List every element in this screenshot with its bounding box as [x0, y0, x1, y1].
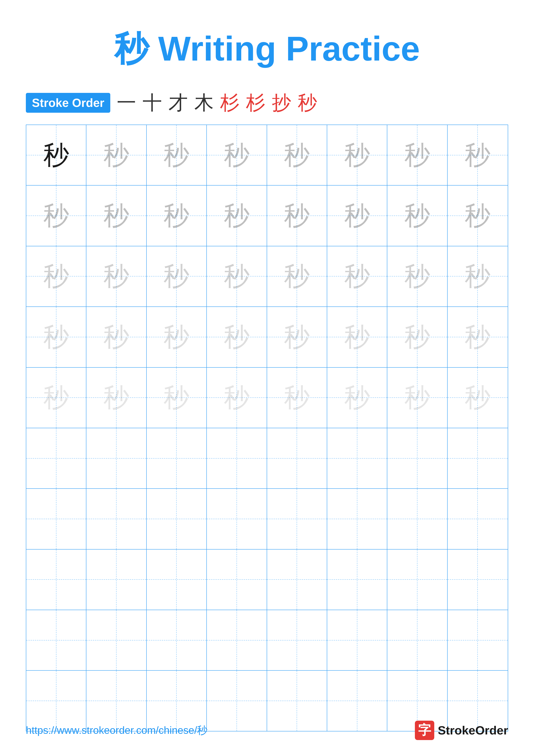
grid-cell[interactable]: [327, 550, 387, 610]
grid-cell[interactable]: 秒: [207, 307, 267, 367]
grid-cell[interactable]: 秒: [267, 186, 327, 246]
grid-cell[interactable]: [147, 550, 207, 610]
grid-cell[interactable]: [327, 489, 387, 549]
practice-char: 秒: [43, 324, 69, 350]
practice-char: 秒: [404, 203, 430, 229]
grid-cell[interactable]: 秒: [147, 368, 207, 428]
grid-cell[interactable]: [207, 550, 267, 610]
practice-char: 秒: [465, 142, 491, 168]
practice-char: 秒: [103, 385, 129, 411]
grid-cell[interactable]: [267, 550, 327, 610]
grid-cell[interactable]: [387, 550, 447, 610]
grid-cell[interactable]: 秒: [447, 125, 508, 185]
grid-cell[interactable]: 秒: [327, 307, 387, 367]
grid-cell[interactable]: 秒: [87, 125, 146, 185]
grid-row-3: 秒 秒 秒 秒 秒 秒 秒 秒: [26, 246, 508, 307]
footer-url[interactable]: https://www.strokeorder.com/chinese/秒: [26, 723, 207, 737]
grid-cell[interactable]: 秒: [267, 125, 327, 185]
grid-cell[interactable]: [327, 610, 387, 670]
grid-cell[interactable]: 秒: [267, 307, 327, 367]
grid-cell[interactable]: 秒: [387, 307, 447, 367]
practice-char: 秒: [43, 203, 69, 229]
grid-cell[interactable]: 秒: [447, 307, 508, 367]
grid-cell[interactable]: 秒: [87, 186, 146, 246]
grid-cell[interactable]: [147, 610, 207, 670]
grid-cell[interactable]: 秒: [207, 186, 267, 246]
grid-cell[interactable]: 秒: [87, 307, 146, 367]
practice-char: 秒: [224, 263, 250, 289]
grid-cell[interactable]: [87, 610, 146, 670]
grid-cell[interactable]: [207, 489, 267, 549]
grid-cell[interactable]: [147, 428, 207, 488]
grid-cell[interactable]: [26, 428, 87, 488]
grid-cell[interactable]: [87, 428, 146, 488]
grid-cell[interactable]: [267, 610, 327, 670]
grid-cell[interactable]: 秒: [147, 307, 207, 367]
grid-cell[interactable]: 秒: [447, 186, 508, 246]
grid-cell[interactable]: 秒: [267, 246, 327, 307]
grid-cell[interactable]: 秒: [26, 186, 87, 246]
grid-cell[interactable]: [327, 428, 387, 488]
grid-cell[interactable]: 秒: [327, 186, 387, 246]
practice-char: 秒: [224, 142, 250, 168]
grid-cell[interactable]: 秒: [147, 125, 207, 185]
grid-cell[interactable]: 秒: [26, 125, 87, 185]
stroke-3: 才: [168, 90, 188, 116]
grid-cell[interactable]: 秒: [387, 246, 447, 307]
grid-cell[interactable]: [207, 610, 267, 670]
grid-cell[interactable]: 秒: [147, 246, 207, 307]
grid-cell[interactable]: 秒: [387, 186, 447, 246]
grid-cell[interactable]: 秒: [327, 246, 387, 307]
grid-cell[interactable]: [87, 550, 146, 610]
grid-cell[interactable]: [447, 610, 508, 670]
practice-char: 秒: [43, 263, 69, 289]
grid-row-1: 秒 秒 秒 秒 秒 秒 秒 秒: [26, 125, 508, 186]
grid-cell[interactable]: 秒: [387, 368, 447, 428]
grid-cell[interactable]: 秒: [26, 246, 87, 307]
practice-char: 秒: [164, 142, 189, 168]
grid-cell[interactable]: [447, 489, 508, 549]
title-english: Writing Practice: [158, 29, 420, 68]
stroke-2: 十: [142, 90, 162, 116]
grid-cell[interactable]: 秒: [147, 186, 207, 246]
grid-cell[interactable]: [26, 610, 87, 670]
grid-cell[interactable]: 秒: [87, 246, 146, 307]
grid-row-4: 秒 秒 秒 秒 秒 秒 秒 秒: [26, 307, 508, 367]
grid-cell[interactable]: 秒: [207, 246, 267, 307]
grid-cell[interactable]: [26, 489, 87, 549]
grid-cell[interactable]: 秒: [207, 125, 267, 185]
practice-char: 秒: [344, 203, 370, 229]
grid-cell[interactable]: 秒: [327, 368, 387, 428]
grid-cell[interactable]: [387, 610, 447, 670]
grid-cell[interactable]: [87, 489, 146, 549]
grid-cell[interactable]: 秒: [87, 368, 146, 428]
practice-char: 秒: [344, 142, 370, 168]
grid-cell[interactable]: [447, 550, 508, 610]
grid-cell[interactable]: [207, 428, 267, 488]
brand-icon: 字: [415, 721, 434, 740]
grid-cell[interactable]: 秒: [207, 368, 267, 428]
grid-cell[interactable]: [267, 489, 327, 549]
grid-cell[interactable]: 秒: [26, 307, 87, 367]
practice-char: 秒: [164, 263, 189, 289]
grid-cell[interactable]: 秒: [447, 246, 508, 307]
practice-char: 秒: [103, 203, 129, 229]
grid-cell[interactable]: 秒: [387, 125, 447, 185]
brand-name: StrokeOrder: [438, 723, 508, 737]
grid-cell[interactable]: [447, 428, 508, 488]
grid-cell[interactable]: 秒: [447, 368, 508, 428]
practice-char: 秒: [284, 324, 310, 350]
grid-row-6: [26, 428, 508, 489]
grid-cell[interactable]: [387, 428, 447, 488]
grid-row-9: [26, 610, 508, 671]
grid-cell[interactable]: 秒: [267, 368, 327, 428]
grid-cell[interactable]: [267, 428, 327, 488]
stroke-1: 一: [117, 90, 136, 116]
grid-cell[interactable]: 秒: [26, 368, 87, 428]
grid-cell[interactable]: [147, 489, 207, 549]
grid-cell[interactable]: 秒: [327, 125, 387, 185]
grid-cell[interactable]: [387, 489, 447, 549]
practice-char: 秒: [344, 324, 370, 350]
practice-char: 秒: [284, 142, 310, 168]
grid-cell[interactable]: [26, 550, 87, 610]
